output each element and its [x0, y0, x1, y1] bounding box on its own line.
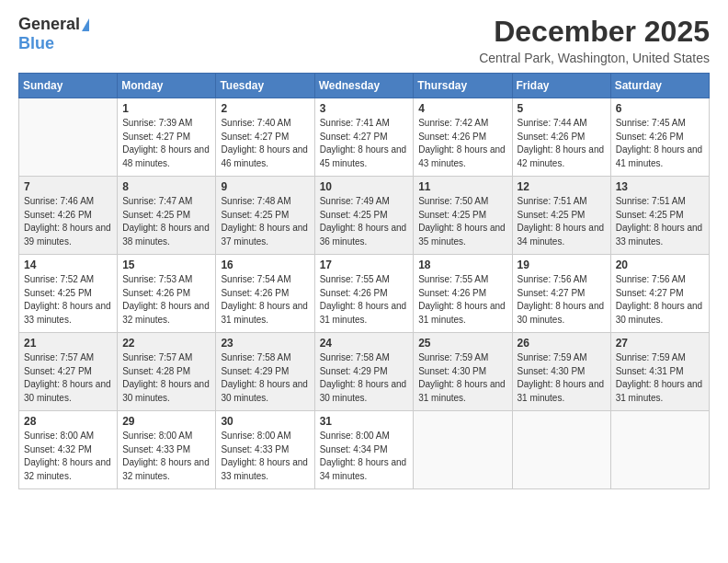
- day-info: Sunrise: 7:49 AMSunset: 4:25 PMDaylight:…: [320, 195, 409, 248]
- page: General Blue December 2025 Central Park,…: [0, 0, 728, 563]
- day-cell: 20Sunrise: 7:56 AMSunset: 4:27 PMDayligh…: [610, 255, 709, 333]
- day-cell: 7Sunrise: 7:46 AMSunset: 4:26 PMDaylight…: [19, 177, 118, 255]
- day-cell: 26Sunrise: 7:59 AMSunset: 4:30 PMDayligh…: [512, 333, 610, 411]
- day-number: 31: [320, 415, 409, 428]
- logo-blue: Blue: [18, 34, 54, 53]
- day-cell: 1Sunrise: 7:39 AMSunset: 4:27 PMDaylight…: [118, 98, 216, 177]
- day-info: Sunrise: 7:45 AMSunset: 4:26 PMDaylight:…: [616, 117, 704, 170]
- day-cell: 9Sunrise: 7:48 AMSunset: 4:25 PMDaylight…: [216, 177, 314, 255]
- day-number: 28: [24, 415, 112, 428]
- day-number: 19: [518, 259, 606, 271]
- header-cell-friday: Friday: [512, 74, 610, 98]
- day-number: 30: [221, 415, 309, 428]
- day-number: 6: [616, 102, 704, 115]
- day-info: Sunrise: 7:54 AMSunset: 4:26 PMDaylight:…: [221, 273, 309, 327]
- day-number: 3: [320, 102, 409, 115]
- day-info: Sunrise: 7:55 AMSunset: 4:26 PMDaylight:…: [320, 273, 409, 327]
- day-info: Sunrise: 7:41 AMSunset: 4:27 PMDaylight:…: [320, 117, 409, 170]
- day-number: 2: [221, 102, 309, 115]
- day-info: Sunrise: 7:55 AMSunset: 4:26 PMDaylight:…: [418, 273, 506, 327]
- location-title: Central Park, Washington, United States: [479, 51, 710, 65]
- day-cell: 16Sunrise: 7:54 AMSunset: 4:26 PMDayligh…: [216, 255, 314, 333]
- day-number: 29: [122, 415, 210, 428]
- day-cell: [414, 411, 512, 489]
- day-info: Sunrise: 7:46 AMSunset: 4:26 PMDaylight:…: [24, 195, 112, 248]
- day-cell: 17Sunrise: 7:55 AMSunset: 4:26 PMDayligh…: [314, 255, 414, 333]
- day-number: 22: [122, 337, 210, 350]
- day-number: 26: [518, 337, 606, 350]
- day-number: 8: [122, 180, 210, 193]
- header-cell-monday: Monday: [118, 74, 216, 98]
- day-number: 12: [518, 180, 606, 193]
- day-info: Sunrise: 7:53 AMSunset: 4:26 PMDaylight:…: [122, 273, 210, 327]
- header-cell-tuesday: Tuesday: [216, 74, 314, 98]
- day-cell: 8Sunrise: 7:47 AMSunset: 4:25 PMDaylight…: [118, 177, 216, 255]
- day-cell: 25Sunrise: 7:59 AMSunset: 4:30 PMDayligh…: [414, 333, 512, 411]
- day-cell: 4Sunrise: 7:42 AMSunset: 4:26 PMDaylight…: [414, 98, 512, 177]
- day-cell: 15Sunrise: 7:53 AMSunset: 4:26 PMDayligh…: [118, 255, 216, 333]
- day-number: 17: [320, 259, 409, 271]
- day-cell: 24Sunrise: 7:58 AMSunset: 4:29 PMDayligh…: [314, 333, 414, 411]
- day-number: 7: [24, 180, 112, 193]
- day-number: 10: [320, 180, 409, 193]
- day-info: Sunrise: 7:59 AMSunset: 4:30 PMDaylight:…: [518, 351, 606, 405]
- day-number: 4: [418, 102, 506, 115]
- day-number: 5: [518, 102, 606, 115]
- day-info: Sunrise: 7:42 AMSunset: 4:26 PMDaylight:…: [418, 117, 506, 170]
- day-number: 23: [221, 337, 309, 350]
- header-row: SundayMondayTuesdayWednesdayThursdayFrid…: [19, 74, 710, 98]
- day-number: 20: [616, 259, 704, 271]
- day-cell: [512, 411, 610, 489]
- header-cell-saturday: Saturday: [610, 74, 709, 98]
- day-cell: 27Sunrise: 7:59 AMSunset: 4:31 PMDayligh…: [610, 333, 709, 411]
- day-info: Sunrise: 7:59 AMSunset: 4:31 PMDaylight:…: [616, 351, 704, 405]
- calendar: SundayMondayTuesdayWednesdayThursdayFrid…: [18, 73, 710, 489]
- day-number: 18: [418, 259, 506, 271]
- day-info: Sunrise: 7:57 AMSunset: 4:28 PMDaylight:…: [122, 351, 210, 405]
- day-info: Sunrise: 7:39 AMSunset: 4:27 PMDaylight:…: [122, 117, 210, 170]
- day-number: 21: [24, 337, 112, 350]
- day-number: 14: [24, 259, 112, 271]
- day-info: Sunrise: 7:50 AMSunset: 4:25 PMDaylight:…: [418, 195, 506, 248]
- day-info: Sunrise: 8:00 AMSunset: 4:32 PMDaylight:…: [24, 430, 112, 483]
- day-number: 16: [221, 259, 309, 271]
- day-cell: 13Sunrise: 7:51 AMSunset: 4:25 PMDayligh…: [610, 177, 709, 255]
- day-info: Sunrise: 7:52 AMSunset: 4:25 PMDaylight:…: [24, 273, 112, 327]
- day-info: Sunrise: 7:47 AMSunset: 4:25 PMDaylight:…: [122, 195, 210, 248]
- day-cell: 14Sunrise: 7:52 AMSunset: 4:25 PMDayligh…: [19, 255, 118, 333]
- day-cell: 30Sunrise: 8:00 AMSunset: 4:33 PMDayligh…: [216, 411, 314, 489]
- day-cell: 28Sunrise: 8:00 AMSunset: 4:32 PMDayligh…: [19, 411, 118, 489]
- day-number: 27: [616, 337, 704, 350]
- day-number: 24: [320, 337, 409, 350]
- day-number: 25: [418, 337, 506, 350]
- month-title: December 2025: [479, 15, 710, 49]
- day-cell: 22Sunrise: 7:57 AMSunset: 4:28 PMDayligh…: [118, 333, 216, 411]
- logo-general: General: [18, 15, 80, 34]
- day-info: Sunrise: 8:00 AMSunset: 4:33 PMDaylight:…: [221, 430, 309, 483]
- header-cell-wednesday: Wednesday: [314, 74, 414, 98]
- day-number: 11: [418, 180, 506, 193]
- title-area: December 2025 Central Park, Washington, …: [479, 15, 710, 65]
- day-cell: 29Sunrise: 8:00 AMSunset: 4:33 PMDayligh…: [118, 411, 216, 489]
- week-row-2: 7Sunrise: 7:46 AMSunset: 4:26 PMDaylight…: [19, 177, 710, 255]
- day-number: 15: [122, 259, 210, 271]
- day-cell: 6Sunrise: 7:45 AMSunset: 4:26 PMDaylight…: [610, 98, 709, 177]
- day-cell: 3Sunrise: 7:41 AMSunset: 4:27 PMDaylight…: [314, 98, 414, 177]
- day-number: 1: [122, 102, 210, 115]
- day-number: 13: [616, 180, 704, 193]
- logo-triangle-icon: [82, 18, 89, 31]
- day-info: Sunrise: 7:51 AMSunset: 4:25 PMDaylight:…: [616, 195, 704, 248]
- day-info: Sunrise: 7:48 AMSunset: 4:25 PMDaylight:…: [221, 195, 309, 248]
- day-info: Sunrise: 7:56 AMSunset: 4:27 PMDaylight:…: [616, 273, 704, 327]
- week-row-5: 28Sunrise: 8:00 AMSunset: 4:32 PMDayligh…: [19, 411, 710, 489]
- day-cell: 21Sunrise: 7:57 AMSunset: 4:27 PMDayligh…: [19, 333, 118, 411]
- week-row-3: 14Sunrise: 7:52 AMSunset: 4:25 PMDayligh…: [19, 255, 710, 333]
- day-cell: 18Sunrise: 7:55 AMSunset: 4:26 PMDayligh…: [414, 255, 512, 333]
- day-info: Sunrise: 7:40 AMSunset: 4:27 PMDaylight:…: [221, 117, 309, 170]
- day-info: Sunrise: 7:56 AMSunset: 4:27 PMDaylight:…: [518, 273, 606, 327]
- week-row-1: 1Sunrise: 7:39 AMSunset: 4:27 PMDaylight…: [19, 98, 710, 177]
- day-cell: 5Sunrise: 7:44 AMSunset: 4:26 PMDaylight…: [512, 98, 610, 177]
- day-cell: [19, 98, 118, 177]
- day-info: Sunrise: 8:00 AMSunset: 4:34 PMDaylight:…: [320, 430, 409, 483]
- day-info: Sunrise: 7:58 AMSunset: 4:29 PMDaylight:…: [221, 351, 309, 405]
